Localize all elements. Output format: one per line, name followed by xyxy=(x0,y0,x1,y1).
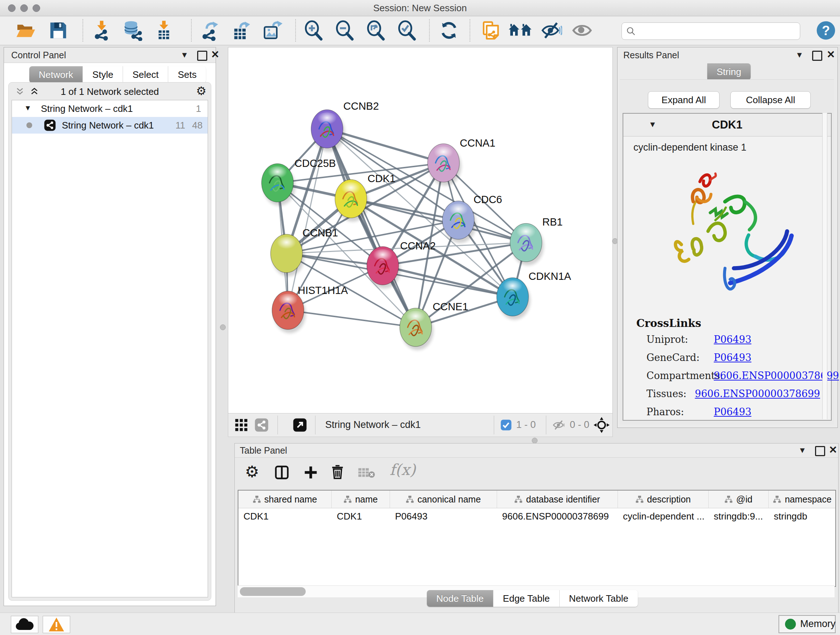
network-node-ccnb2[interactable] xyxy=(311,110,345,152)
network-node-ccne1[interactable] xyxy=(400,308,433,350)
tab-edge-table[interactable]: Edge Table xyxy=(493,590,560,607)
crosslink-link[interactable]: P06493 xyxy=(714,406,752,417)
crosslink-link[interactable]: P06493 xyxy=(714,334,752,345)
tab-style[interactable]: Style xyxy=(83,66,123,83)
network-node-rb1[interactable] xyxy=(510,223,544,265)
tab-select[interactable]: Select xyxy=(123,66,168,83)
column-header-namespace[interactable]: namespace xyxy=(769,491,836,508)
collapse-all-button[interactable]: Collapse All xyxy=(730,91,811,109)
table-hscrollbar-thumb[interactable] xyxy=(240,587,306,596)
tab-string[interactable]: String xyxy=(707,63,751,80)
network-node-cdk1[interactable] xyxy=(335,180,369,222)
tab-network[interactable]: Network xyxy=(29,66,83,83)
column-header-database-identifier[interactable]: database identifier xyxy=(497,491,618,508)
selected-checkbox-icon[interactable] xyxy=(500,419,512,431)
gene-card-header[interactable]: ▼ CDK1 xyxy=(623,114,831,136)
crosslink-link[interactable]: P06493 xyxy=(714,352,752,363)
column-header-name[interactable]: name xyxy=(332,491,390,508)
tab-network-table[interactable]: Network Table xyxy=(560,590,638,607)
expand-all-button[interactable]: Expand All xyxy=(648,91,720,109)
panel-float-icon[interactable] xyxy=(815,446,825,456)
node-label-hist1h1a: HIST1H1A xyxy=(298,285,348,296)
panel-collapse-icon[interactable]: ▼ xyxy=(796,50,804,60)
crosslink-link[interactable]: 9606.ENSP00000378699 xyxy=(714,370,839,381)
tab-node-table[interactable]: Node Table xyxy=(427,590,493,607)
column-header--id[interactable]: @id xyxy=(709,491,769,508)
zoom-in-button[interactable] xyxy=(303,20,324,41)
left-splitter-handle[interactable] xyxy=(220,325,226,330)
network-edge[interactable] xyxy=(327,129,416,327)
table-cell[interactable]: CDK1 xyxy=(332,508,390,524)
gear-icon[interactable]: ⚙ xyxy=(196,84,207,98)
open-in-new-icon[interactable] xyxy=(293,418,307,432)
column-type-icon xyxy=(406,495,414,503)
import-table-button[interactable] xyxy=(153,20,174,41)
crosslink-link[interactable]: 9606.ENSP00000378699 xyxy=(695,388,820,399)
network-row[interactable]: String Network – cdk11148 xyxy=(12,117,208,134)
export-table-button[interactable] xyxy=(231,20,252,41)
table-settings-gear-icon[interactable]: ⚙ xyxy=(245,462,259,481)
network-node-cdc6[interactable] xyxy=(442,201,476,243)
table-cell[interactable]: 9606.ENSP00000378699 xyxy=(497,508,618,524)
panel-close-icon[interactable]: ✕ xyxy=(827,49,835,60)
panel-collapse-icon[interactable]: ▼ xyxy=(798,446,806,455)
table-cell[interactable]: stringdb xyxy=(769,508,836,524)
help-button[interactable]: ? xyxy=(815,20,836,41)
search-input[interactable] xyxy=(622,22,800,40)
hide-selected-button[interactable] xyxy=(541,20,562,41)
column-header-description[interactable]: description xyxy=(618,491,709,508)
results-scrollbar[interactable] xyxy=(822,113,827,419)
import-database-button[interactable] xyxy=(122,20,143,41)
zoom-selected-button[interactable] xyxy=(396,20,417,41)
toolbar-separator xyxy=(494,416,494,434)
add-column-icon[interactable] xyxy=(303,464,319,480)
save-icon xyxy=(48,20,69,41)
zoom-fit-button[interactable] xyxy=(365,20,386,41)
delete-column-trash-icon[interactable] xyxy=(330,464,346,480)
import-network-button[interactable] xyxy=(91,20,112,41)
network-node-hist1h1a[interactable] xyxy=(272,291,306,333)
network-graph[interactable]: CCNB2CCNA1CDC25BCDK1CDC6RB1CCNB1CCNA2CDK… xyxy=(228,48,613,413)
table-cell[interactable]: CDK1 xyxy=(238,508,332,524)
node-table[interactable]: shared namenamecanonical namedatabase id… xyxy=(238,490,836,587)
network-collection-row[interactable]: ▼String Network – cdk11 xyxy=(12,100,208,117)
table-cell[interactable]: stringdb:9... xyxy=(709,508,769,524)
export-image-button[interactable] xyxy=(262,20,283,41)
network-node-ccnb1[interactable] xyxy=(271,234,304,276)
warning-status-button[interactable] xyxy=(43,616,70,633)
cloud-status-button[interactable] xyxy=(11,616,38,633)
navigate-crosshair-icon[interactable] xyxy=(593,416,610,434)
save-session-button[interactable] xyxy=(48,20,69,41)
table-row[interactable]: CDK1CDK1P064939606.ENSP00000378699cyclin… xyxy=(238,508,835,524)
show-columns-icon[interactable] xyxy=(274,464,290,480)
network-node-cdkn1a[interactable] xyxy=(497,278,531,320)
column-header-canonical-name[interactable]: canonical name xyxy=(390,491,497,508)
collection-expand-icon[interactable]: ▼ xyxy=(24,104,32,112)
network-share-icon[interactable] xyxy=(254,418,269,432)
string-home-button[interactable] xyxy=(508,20,533,41)
column-header-shared-name[interactable]: shared name xyxy=(238,491,332,508)
panel-close-icon[interactable]: ✕ xyxy=(829,444,837,456)
show-hidden-button[interactable] xyxy=(572,20,592,41)
panel-float-icon[interactable] xyxy=(197,51,207,61)
table-cell[interactable]: P06493 xyxy=(390,508,497,524)
cloud-icon xyxy=(11,616,38,633)
panel-close-icon[interactable]: ✕ xyxy=(211,49,219,60)
table-column-headers: shared namenamecanonical namedatabase id… xyxy=(238,491,835,508)
copy-network-button[interactable] xyxy=(480,20,501,41)
export-network-button[interactable] xyxy=(200,20,221,41)
panel-collapse-icon[interactable]: ▼ xyxy=(180,50,188,60)
network-canvas[interactable]: CCNB2CCNA1CDC25BCDK1CDC6RB1CCNB1CCNA2CDK… xyxy=(228,47,613,413)
memory-button[interactable]: Memory xyxy=(778,615,836,633)
tab-sets[interactable]: Sets xyxy=(168,66,206,83)
toolbar-separator xyxy=(315,416,316,434)
network-edge[interactable] xyxy=(288,129,327,310)
panel-float-icon[interactable] xyxy=(812,51,822,61)
birds-eye-grid-icon[interactable] xyxy=(234,418,248,432)
bottom-splitter-handle[interactable] xyxy=(532,438,538,443)
network-edge[interactable] xyxy=(288,310,416,327)
table-cell[interactable]: cyclin-dependent ... xyxy=(618,508,709,524)
zoom-out-button[interactable] xyxy=(334,20,355,41)
open-file-button[interactable] xyxy=(15,20,36,41)
refresh-button[interactable] xyxy=(439,20,459,41)
